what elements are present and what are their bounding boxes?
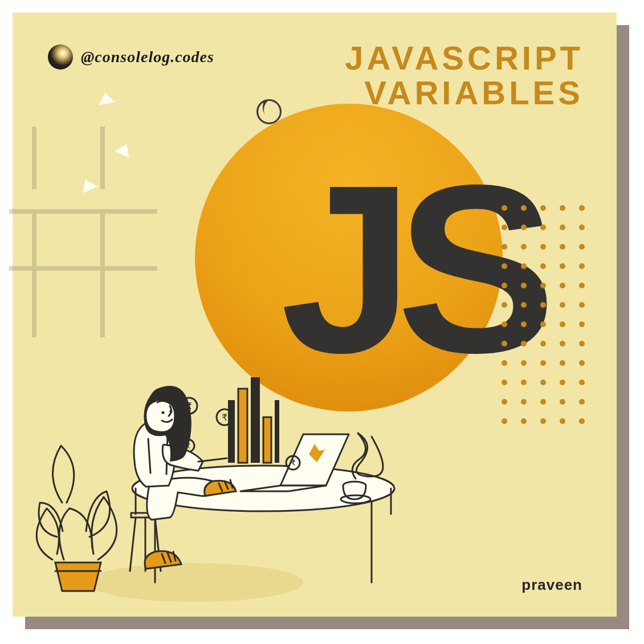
svg-point-0 [87, 563, 303, 602]
handle-text: @consolelog.codes [81, 48, 214, 66]
main-title: JAVASCRIPT VARIABLES [345, 41, 584, 111]
svg-rect-11 [251, 377, 260, 463]
title-line-1: JAVASCRIPT [345, 41, 584, 76]
triangle-icon [97, 91, 115, 105]
bar-chart-icon [228, 377, 279, 463]
svg-text:₹: ₹ [222, 413, 227, 422]
svg-rect-13 [275, 400, 279, 463]
svg-rect-10 [238, 389, 247, 463]
crescent-icon [256, 99, 282, 124]
svg-line-23 [130, 517, 136, 571]
svg-point-27 [162, 411, 165, 414]
svg-rect-9 [228, 400, 235, 463]
account-handle: @consolelog.codes [48, 44, 214, 70]
logo-orb-icon [48, 44, 73, 70]
svg-line-26 [198, 458, 227, 462]
author-name: praveen [521, 576, 582, 594]
svg-rect-12 [263, 417, 271, 463]
svg-text:₹: ₹ [291, 458, 296, 467]
dot-grid-decoration [502, 205, 585, 424]
poster-card: @consolelog.codes JAVASCRIPT VARIABLES J… [13, 13, 617, 617]
plant-icon [36, 446, 117, 591]
triangle-icon [115, 141, 134, 158]
title-line-2: VARIABLES [345, 76, 584, 111]
person-at-desk-illustration: .ln{fill:none;stroke:#2e2c28;stroke-widt… [35, 332, 434, 605]
triangle-icon [78, 176, 97, 193]
